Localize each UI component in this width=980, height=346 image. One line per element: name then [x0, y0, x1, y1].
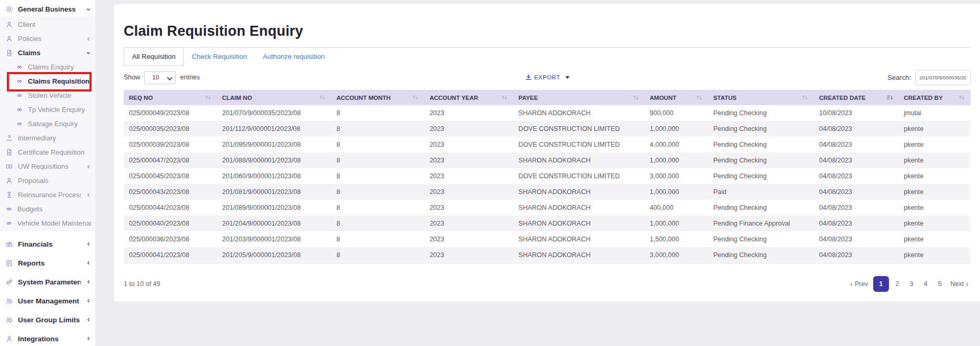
sidebar-item-label: Budgets: [17, 205, 43, 213]
table-row[interactable]: 025/000043/2023/08201/081/9/000001/2023/…: [124, 184, 971, 200]
cell-claim-no: 201/095/9/000001/2023/08: [217, 137, 331, 152]
sidebar-item-claims-requisitions[interactable]: Claims Requisitions: [0, 74, 95, 88]
cell-account-month: 8: [331, 184, 424, 200]
column-header-status[interactable]: STATUS: [708, 90, 814, 105]
tab-all-requisition[interactable]: All Requisition: [124, 48, 184, 66]
sidebar-item-label: Claims Requisitions: [28, 77, 91, 85]
cell-req-no: 025/000039/2023/08: [124, 137, 217, 152]
cell-account-year: 2023: [424, 184, 513, 200]
sidebar-item-intermediary[interactable]: Intermediary: [0, 131, 95, 145]
pagination-info: 1 to 10 of 49: [124, 280, 161, 288]
diamond-icon: [5, 206, 13, 213]
table-footer: 1 to 10 of 49 ‹ Prev 12345 Next ›: [124, 276, 971, 292]
sidebar-item-reports[interactable]: Reports: [0, 253, 95, 272]
sidebar-item-label: Client: [18, 21, 35, 28]
next-page-button[interactable]: Next ›: [948, 280, 971, 288]
column-header-payee[interactable]: PAYEE: [513, 90, 644, 105]
cell-account-year: 2023: [424, 247, 513, 263]
sidebar-item-label: System Parameters: [18, 278, 81, 286]
cell-account-year: 2023: [424, 200, 513, 216]
sidebar-item-policies[interactable]: Policies: [0, 32, 95, 46]
column-header-amount[interactable]: AMOUNT: [645, 90, 708, 105]
sidebar-item-user-management[interactable]: User Management: [0, 291, 95, 310]
table-controls: Show 10 entries EXPORT Search:: [124, 69, 971, 85]
column-header-req-no[interactable]: REQ NO: [124, 90, 217, 105]
sidebar-item-integrations[interactable]: Integrations: [0, 329, 95, 346]
general-business-submenu: ClientPoliciesClaimsClaims EnquiryClaims…: [0, 16, 95, 231]
sidebar-item-financials[interactable]: Financials: [0, 235, 95, 253]
page-button-3[interactable]: 3: [906, 276, 917, 292]
table-row[interactable]: 025/000047/2023/08201/088/9/000001/2023/…: [124, 152, 971, 168]
sidebar-item-label: General Business: [18, 5, 76, 13]
cell-account-month: 8: [331, 247, 424, 263]
prev-page-button[interactable]: ‹ Prev: [848, 280, 870, 288]
cell-payee: SHARON ADOKORACH: [513, 216, 644, 231]
sidebar-item-reinsurance-processing[interactable]: Reinsurance Processing: [0, 188, 95, 202]
sidebar-item-user-group-limits[interactable]: User Group Limits: [0, 310, 95, 329]
financials-icon: [5, 240, 13, 248]
table-row[interactable]: 025/000040/2023/08201/204/9/000001/2023/…: [124, 216, 971, 231]
sidebar-item-tp-vehicle-enquiry[interactable]: Tp Vehicle Enquiry: [0, 103, 95, 117]
sidebar-item-label: Integrations: [18, 335, 58, 343]
cell-req-no: 025/000036/2023/08: [124, 231, 217, 247]
chevron-right-icon: ›: [966, 280, 968, 288]
export-button[interactable]: EXPORT: [525, 74, 569, 81]
sort-icon: [633, 94, 639, 101]
chevron-left-icon: [86, 241, 91, 247]
cell-status: Paid: [708, 184, 814, 200]
sidebar-item-label: Reports: [18, 259, 45, 267]
table-row[interactable]: 025/000041/2023/08201/205/9/000001/2023/…: [124, 247, 971, 263]
cell-account-year: 2023: [424, 152, 513, 168]
sidebar-item-claims[interactable]: Claims: [0, 46, 95, 60]
sidebar-item-uw-requisitions[interactable]: UW Requisitions: [0, 159, 95, 174]
table-row[interactable]: 025/000035/2023/08201/112/9/000001/2023/…: [124, 121, 971, 137]
search-input[interactable]: [915, 70, 971, 85]
requisitions-table: REQ NOCLAIM NOACCOUNT MONTHACCOUNT YEARP…: [124, 90, 971, 263]
page-button-4[interactable]: 4: [920, 276, 932, 292]
table-row[interactable]: 025/000036/2023/08201/203/9/000001/2023/…: [124, 231, 971, 247]
table-row[interactable]: 025/000045/2023/08201/060/9/000001/2023/…: [124, 168, 971, 184]
cell-created-date: 04/08/2023: [814, 137, 898, 152]
sidebar-item-stolen-vehicle[interactable]: Stolen Vehicle: [0, 88, 95, 103]
column-header-account-year[interactable]: ACCOUNT YEAR: [424, 90, 513, 105]
cell-account-month: 8: [331, 216, 424, 231]
sidebar-item-label: Certificate Requisition: [18, 148, 84, 156]
sidebar-item-vehicle-model-maintenance[interactable]: Vehicle Model Maintenance: [0, 216, 95, 230]
sidebar-item-proposals[interactable]: Proposals: [0, 174, 95, 188]
page-button-1[interactable]: 1: [873, 276, 889, 292]
cell-amount: 400,000: [645, 200, 708, 216]
page-button-2[interactable]: 2: [892, 276, 903, 292]
page-button-5[interactable]: 5: [934, 276, 946, 292]
sidebar-item-certificate-requisition[interactable]: Certificate Requisition: [0, 145, 95, 159]
table-row[interactable]: 025/000044/2023/08201/089/9/000001/2023/…: [124, 200, 971, 216]
cell-created-by: pkente: [898, 152, 971, 168]
sidebar-item-label: User Management: [18, 297, 79, 305]
sidebar-item-claims-enquiry[interactable]: Claims Enquiry: [0, 60, 95, 74]
column-label: ACCOUNT YEAR: [429, 95, 478, 101]
column-header-claim-no[interactable]: CLAIM NO: [217, 90, 331, 105]
sidebar-item-label: UW Requisitions: [18, 162, 68, 170]
tab-check-requisition[interactable]: Check Requisition: [184, 48, 255, 66]
sidebar-item-system-parameters[interactable]: System Parameters: [0, 272, 95, 291]
cell-req-no: 025/000041/2023/08: [124, 247, 217, 263]
cell-amount: 1,000,000: [645, 216, 708, 231]
table-row[interactable]: 025/000049/2023/08201/070/9/000035/2023/…: [124, 105, 971, 121]
chevron-left-icon: [86, 36, 91, 42]
page-size-select[interactable]: 10: [144, 71, 176, 84]
cell-payee: DOVE CONSTRUCTION LIMITED: [513, 121, 644, 137]
cell-claim-no: 201/081/9/000001/2023/08: [217, 184, 331, 200]
tab-authorize-requisition[interactable]: Authorize requisition: [255, 48, 333, 66]
table-row[interactable]: 025/000039/2023/08201/095/9/000001/2023/…: [124, 137, 971, 152]
sidebar-item-salvage-enquiry[interactable]: Salvage Enquiry: [0, 117, 95, 131]
sidebar-item-general-business[interactable]: General Business: [0, 2, 95, 16]
sidebar-item-budgets[interactable]: Budgets: [0, 202, 95, 216]
cell-status: Pending Checking: [708, 247, 814, 263]
sidebar-item-client[interactable]: Client: [0, 17, 95, 32]
column-header-account-month[interactable]: ACCOUNT MONTH: [331, 90, 424, 105]
column-header-created-by[interactable]: CREATED BY: [898, 90, 971, 105]
sidebar-item-label: Tp Vehicle Enquiry: [28, 106, 85, 114]
search-label: Search:: [887, 74, 911, 82]
column-header-created-date[interactable]: CREATED DATE: [814, 90, 898, 105]
cell-created-date: 04/08/2023: [814, 121, 898, 137]
cell-account-month: 8: [331, 137, 424, 152]
